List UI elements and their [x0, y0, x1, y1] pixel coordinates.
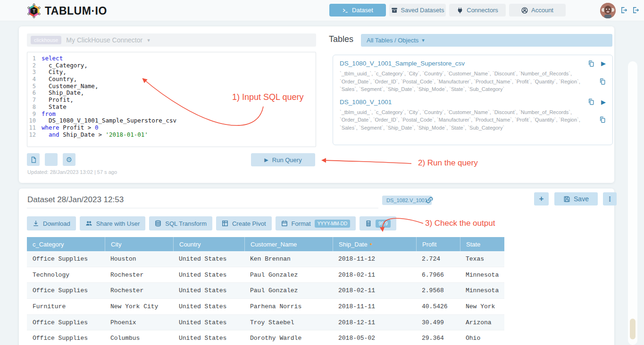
table-cell: Furniture — [27, 299, 105, 314]
sql-line[interactable]: 4 Country, — [27, 76, 316, 83]
sql-line[interactable]: 8 State — [27, 104, 316, 111]
nav-saved-datasets[interactable]: Saved Datasets — [389, 4, 446, 16]
table-cell: Office Supplies — [27, 283, 105, 298]
table-cell: Technology — [27, 267, 105, 283]
dataset-title: Dataset 28/Jan/2023 12:53 — [27, 195, 124, 205]
line-number: 7 — [27, 97, 42, 104]
add-dataset-button[interactable]: + — [534, 192, 549, 205]
table-cell: United States — [173, 315, 244, 330]
tables-heading: Tables — [329, 34, 353, 44]
table-row[interactable]: FurnitureNew York CityUnited StatesParhe… — [27, 299, 504, 315]
dataset-toolbar: DownloadShare with UserSQL TransformCrea… — [27, 216, 396, 230]
code-button[interactable] — [45, 153, 58, 166]
table-cell: Arizona — [460, 315, 504, 330]
kebab-menu-button[interactable]: ⋮ — [603, 192, 617, 205]
exit-session-icon[interactable] — [632, 7, 639, 14]
avatar[interactable] — [600, 3, 616, 18]
table-row[interactable]: TechnologyRochesterUnited StatesPaul Gon… — [27, 267, 504, 283]
connector-name: My ClickHouse Connector — [66, 36, 142, 44]
table-cell: Rochester — [105, 283, 173, 298]
updated-timestamp: Updated: 28/Jan/2023 13:02 | 57 s ago — [27, 169, 117, 175]
create-pivot-button[interactable]: Create Pivot — [216, 216, 272, 230]
table-name-link[interactable]: DS_1080_V_1001_Sample_Superstore_csv — [340, 60, 581, 67]
share-with-user-button[interactable]: Share with User — [80, 216, 145, 230]
run-query-button[interactable]: ▶ Run Query — [251, 153, 315, 166]
sql-line[interactable]: 11where Profit > 0 — [27, 124, 316, 131]
plug-icon — [457, 7, 463, 14]
column-header-customer_name[interactable]: Customer_Name — [244, 237, 333, 251]
file-button[interactable] — [27, 153, 40, 166]
sql-line[interactable]: 10 DS_1080_V_1001_Sample_Superstore_csv — [27, 117, 316, 124]
column-header-c_category[interactable]: c_Category — [27, 237, 105, 251]
table-cell: Dorothy Wardle — [244, 330, 333, 345]
sql-line[interactable]: 2 c_Category, — [27, 62, 316, 69]
chevron-down-icon: ▾ — [147, 37, 150, 43]
logout-icon[interactable] — [620, 7, 627, 14]
table-row[interactable]: Office SuppliesRochesterUnited StatesPau… — [27, 283, 504, 299]
table-row[interactable]: Office SuppliesColumbusUnited StatesDoro… — [27, 330, 504, 345]
column-header-ship_date[interactable]: Ship_Date• — [333, 237, 416, 251]
table-cell: Minnesota — [460, 283, 504, 298]
file-icon — [30, 156, 37, 163]
table-cell: Columbus — [105, 330, 173, 345]
table-cell: 2018-12-11 — [333, 315, 416, 330]
format-button[interactable]: FormatYYYY-MM-DD — [276, 216, 356, 230]
table-cell: 2018-02-11 — [333, 283, 416, 298]
tables-filter-dropdown[interactable]: All Tables / Objects ▾ — [361, 34, 612, 47]
terminal-icon — [342, 7, 349, 14]
sql-line[interactable]: 5 Customer_Name, — [27, 83, 316, 90]
column-header-city[interactable]: City — [105, 237, 173, 251]
save-button[interactable]: Save — [554, 192, 598, 205]
column-header-state[interactable]: State — [460, 237, 504, 251]
table-cell: Paul Gonzalez — [244, 283, 333, 298]
calculator-button[interactable]: 99.9 — [360, 216, 396, 230]
copy-columns-icon[interactable] — [599, 116, 606, 123]
table-name-link[interactable]: DS_1080_V_1001 — [340, 99, 581, 106]
logo-hexagon-icon: T — [27, 3, 41, 18]
table-cell: New York City — [105, 299, 173, 314]
app-logo[interactable]: T TABLUM·IO — [27, 3, 107, 18]
table-cell: Phoenix — [105, 315, 173, 330]
table-entry: DS_1080_V_1001_Sample_Superstore_csv▶`_t… — [340, 60, 606, 93]
query-table-play-icon[interactable]: ▶ — [601, 99, 606, 106]
copy-columns-icon[interactable] — [599, 78, 606, 85]
annotation-input-sql: 1) Input SQL query — [232, 92, 303, 102]
copy-icon[interactable] — [588, 99, 594, 105]
column-header-country[interactable]: Country — [173, 237, 244, 251]
query-table-play-icon[interactable]: ▶ — [601, 60, 606, 67]
page-scrollbar-track[interactable] — [628, 61, 637, 345]
line-number: 1 — [27, 55, 42, 62]
table-cell: Minnesota — [460, 267, 504, 283]
sql-line[interactable]: 1select — [27, 55, 316, 62]
column-header-profit[interactable]: Profit — [416, 237, 460, 251]
gear-button[interactable]: ⚙ — [63, 153, 75, 166]
sql-line[interactable]: 9from — [27, 111, 316, 118]
link-icon[interactable] — [426, 196, 434, 204]
dataset-panel-card: Dataset 28/Jan/2023 12:53 DS_1082.V_1001… — [19, 189, 614, 345]
main-nav: DatasetSaved DatasetsConnectorsAccount — [329, 4, 566, 16]
sql-line[interactable]: 12 and Ship_Date > '2018-01-01' — [27, 131, 316, 139]
nav-connectors[interactable]: Connectors — [449, 4, 506, 16]
table-entry: DS_1080_V_1001▶`_tblm_uuid_`, `c_Categor… — [340, 99, 606, 132]
sql-transform-button[interactable]: SQL Transform — [149, 216, 212, 230]
result-table: c_CategoryCityCountryCustomer_NameShip_D… — [27, 237, 504, 345]
table-row[interactable]: Office SuppliesPhoenixUnited StatesTroy … — [27, 315, 504, 331]
sql-line[interactable]: 3 City, — [27, 69, 316, 76]
copy-icon[interactable] — [588, 60, 594, 67]
table-cell: 6.7966 — [416, 267, 460, 283]
table-cell: Houston — [105, 251, 173, 267]
nav-account[interactable]: Account — [509, 4, 566, 16]
connector-selector[interactable]: clickhouse My ClickHouse Connector ▾ — [27, 33, 316, 47]
pivot-table-icon — [222, 220, 228, 227]
download-button[interactable]: Download — [27, 216, 76, 230]
table-cell: 2.724 — [416, 251, 460, 267]
floppy-save-icon — [563, 196, 570, 203]
table-cell: Troy Staebel — [244, 315, 333, 330]
table-row[interactable]: Office SuppliesHoustonUnited StatesKen B… — [27, 251, 504, 267]
line-number: 10 — [27, 117, 42, 124]
nav-dataset[interactable]: Dataset — [329, 4, 386, 16]
line-number: 9 — [27, 111, 42, 118]
page-scrollbar-thumb[interactable] — [630, 319, 636, 339]
dataset-id-badge: DS_1082.V_1001 — [382, 196, 432, 205]
table-columns-list: `_tblm_uuid_`, `c_Category`, `City`, `Co… — [340, 70, 594, 93]
